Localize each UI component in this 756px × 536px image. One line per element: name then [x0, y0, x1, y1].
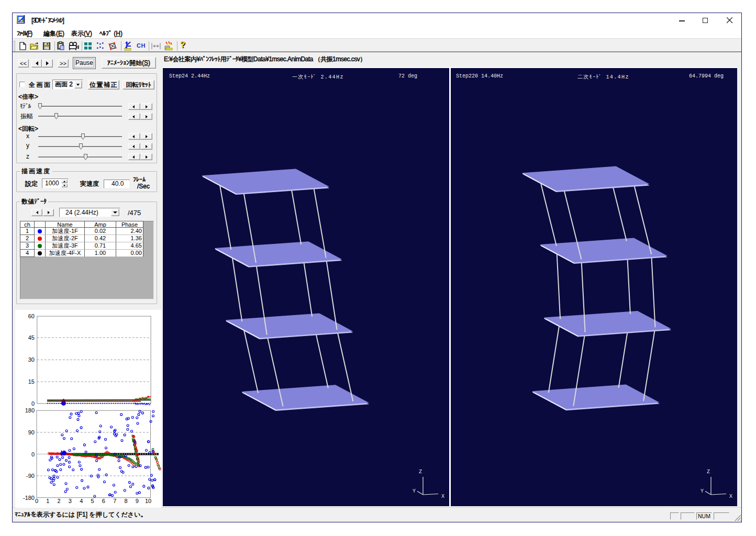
svg-text:X: X [729, 494, 732, 499]
svg-text:90: 90 [28, 429, 35, 436]
svg-text:0: 0 [31, 400, 35, 407]
svg-text:60: 60 [28, 313, 35, 319]
svg-text:9: 9 [136, 498, 139, 504]
svg-text:3: 3 [69, 498, 72, 504]
svg-text:X: X [441, 494, 444, 499]
svg-text:0: 0 [31, 451, 35, 457]
svg-text:8: 8 [124, 498, 127, 504]
svg-text:45: 45 [28, 334, 35, 341]
svg-text:30: 30 [28, 356, 35, 363]
svg-text:4: 4 [80, 498, 83, 504]
svg-text:Y: Y [701, 488, 704, 494]
svg-text:2: 2 [58, 498, 61, 504]
svg-text:0: 0 [35, 498, 38, 504]
svg-text:-90: -90 [26, 473, 35, 479]
svg-text:-180: -180 [23, 495, 35, 501]
svg-text:7: 7 [113, 498, 116, 504]
svg-text:Z: Z [419, 469, 422, 475]
svg-text:5: 5 [91, 498, 94, 504]
svg-text:180: 180 [25, 407, 35, 414]
svg-text:Y: Y [413, 488, 416, 494]
svg-text:6: 6 [102, 498, 105, 504]
svg-text:1: 1 [46, 498, 49, 504]
svg-text:15: 15 [28, 378, 35, 385]
svg-text:10: 10 [145, 498, 151, 504]
svg-text:Z: Z [707, 469, 710, 475]
